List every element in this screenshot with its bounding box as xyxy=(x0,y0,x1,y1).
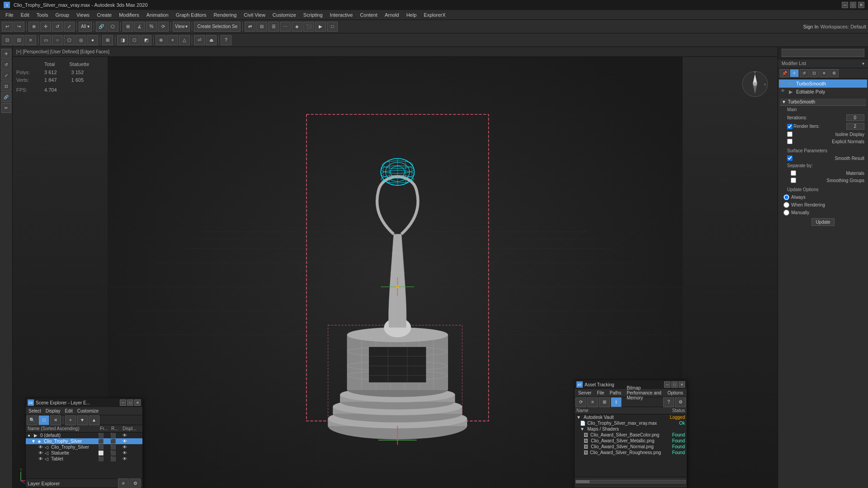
tb2-fence[interactable]: ⬠ xyxy=(64,35,75,45)
menu-item-views[interactable]: Views xyxy=(73,11,93,19)
mod-select-btn[interactable]: ⊡ xyxy=(810,69,819,77)
menu-item-content[interactable]: Content xyxy=(356,11,381,19)
at-scroll-thumb[interactable] xyxy=(576,480,590,483)
at-scroll-track[interactable] xyxy=(576,480,686,483)
ts-section-header[interactable]: ▼ TurboSmooth xyxy=(780,99,866,106)
se-collapse-btn[interactable]: ▲ xyxy=(89,415,99,425)
tb2-anim2[interactable]: ⏏ xyxy=(206,35,217,45)
render-btn[interactable]: ▶ xyxy=(315,22,326,32)
at-menu-server[interactable]: Server xyxy=(576,390,594,396)
sidebar-scale[interactable]: ⤢ xyxy=(1,70,11,80)
at-row-0[interactable]: ▼ Autodesk Vault Logged xyxy=(575,414,687,420)
se-menu-edit[interactable]: Edit xyxy=(63,408,75,414)
at-maximize-btn[interactable]: □ xyxy=(671,381,678,388)
se-search-btn[interactable]: 🔍 xyxy=(27,415,38,425)
undo-button[interactable]: ↩ xyxy=(2,22,13,32)
at-grid-btn[interactable]: ⊞ xyxy=(599,397,610,407)
menu-item-civil-view[interactable]: Civil View xyxy=(240,11,269,19)
tb2-named-sel[interactable]: ≡ xyxy=(25,35,36,45)
tb2-lasso[interactable]: ◎ xyxy=(75,35,86,45)
tb2-wire[interactable]: ⬡ xyxy=(129,35,140,45)
mod-options-btn[interactable]: ⚙ xyxy=(830,69,839,77)
tb2-rect[interactable]: ▭ xyxy=(40,35,51,45)
tb2-sel-obj[interactable]: ⊡ xyxy=(2,35,13,45)
sidebar-link[interactable]: 🔗 xyxy=(1,92,11,102)
tb2-help[interactable]: ? xyxy=(221,35,231,45)
at-minimize-btn[interactable]: ─ xyxy=(664,381,670,388)
workspaces-label[interactable]: Workspaces: Default xyxy=(821,24,866,29)
at-row-4[interactable]: 🖼 Clio_Award_Silver_Metallic.png Found xyxy=(575,438,687,444)
at-help-btn[interactable]: ? xyxy=(663,397,674,407)
render-setup-btn[interactable]: ⬛ xyxy=(303,22,314,32)
at-scrollbar[interactable] xyxy=(575,477,687,486)
menu-item-group[interactable]: Group xyxy=(52,11,73,19)
spinner-snap[interactable]: ⟳ xyxy=(158,22,169,32)
snap-toggle[interactable]: ⊞ xyxy=(123,22,133,32)
se-menu-select[interactable]: Select xyxy=(27,408,43,414)
at-close-btn[interactable]: ✕ xyxy=(679,381,685,388)
maximize-button[interactable]: □ xyxy=(850,2,856,8)
at-info-btn[interactable]: ℹ xyxy=(611,397,622,407)
tb2-iverts[interactable]: ⌖ xyxy=(167,35,178,45)
sidebar-move[interactable]: ✛ xyxy=(1,49,11,59)
sidebar-rotate[interactable]: ↺ xyxy=(1,60,11,70)
menu-item-arnold[interactable]: Arnold xyxy=(381,11,403,19)
compass[interactable]: Y X xyxy=(741,70,769,98)
at-settings-btn[interactable]: ⚙ xyxy=(675,397,686,407)
menu-item-scripting[interactable]: Scripting xyxy=(300,11,326,19)
se-row-2[interactable]: 👁 ◁ Clio_Trophy_Silver ⬛ ⬛ 👁 xyxy=(26,444,142,450)
at-list-btn[interactable]: ≡ xyxy=(587,397,598,407)
percent-snap[interactable]: % xyxy=(146,22,157,32)
at-row-5[interactable]: 🖼 Clio_Award_Silver_Normal.png Found xyxy=(575,444,687,450)
ts-isoline-check[interactable] xyxy=(787,131,793,137)
se-row-1[interactable]: ▼ ◈ Clio_Trophy_Silver ⬛ ⬛ 👁 xyxy=(26,438,142,444)
select-button[interactable]: ⊕ xyxy=(28,22,39,32)
mod-pin-btn[interactable]: 📌 xyxy=(780,69,789,77)
link-button[interactable]: 🔗 xyxy=(96,22,107,32)
ts-when-rendering-radio[interactable] xyxy=(783,202,789,208)
modifier-editable-poly[interactable]: 👁 ▶ Editable Poly xyxy=(779,88,867,96)
menu-item-create[interactable]: Create xyxy=(93,11,115,19)
align-button[interactable]: ⊟ xyxy=(256,22,267,32)
se-row-4[interactable]: 👁 ◁ Tablet ⬛ ⬛ 👁 xyxy=(26,456,142,462)
mod-delete-btn[interactable]: ✕ xyxy=(820,69,829,77)
mirror-button[interactable]: ⇄ xyxy=(245,22,255,32)
layer-btn[interactable]: ☰ xyxy=(268,22,279,32)
menu-item-rendering[interactable]: Rendering xyxy=(210,11,241,19)
tb2-anim1[interactable]: ⏎ xyxy=(194,35,205,45)
se-row-0[interactable]: ● ▶ 0 (default) ⬛ ⬛ 👁 xyxy=(26,432,142,438)
menu-item-graph-editors[interactable]: Graph Editors xyxy=(172,11,210,19)
object-name-input[interactable]: Statuette xyxy=(782,49,864,57)
se-footer-btn2[interactable]: ⚙ xyxy=(130,479,141,488)
se-new-btn[interactable]: + xyxy=(65,415,76,425)
ts-manually-radio[interactable] xyxy=(783,210,789,216)
tb2-window-cross[interactable]: ⊞ xyxy=(102,35,113,45)
tb2-sel-sub[interactable]: ⊡ xyxy=(14,35,24,45)
ts-render-iters-check[interactable] xyxy=(787,124,793,129)
menu-item-interactive[interactable]: Interactive xyxy=(326,11,357,19)
at-menu-options[interactable]: Options xyxy=(665,390,686,396)
view-dropdown[interactable]: View ▾ xyxy=(173,22,190,32)
graph-btn[interactable]: ⋯ xyxy=(280,22,291,32)
at-menu-file[interactable]: File xyxy=(594,390,607,396)
at-row-2[interactable]: ▼ Maps / Shaders xyxy=(575,426,687,432)
angle-snap[interactable]: ∡ xyxy=(134,22,145,32)
menu-item-edit[interactable]: Edit xyxy=(17,11,33,19)
tb2-hidden[interactable]: ◩ xyxy=(141,35,151,45)
move-button[interactable]: ✛ xyxy=(40,22,51,32)
rotate-button[interactable]: ↺ xyxy=(52,22,63,32)
tb2-pivot[interactable]: ⊕ xyxy=(156,35,166,45)
tb2-shaded[interactable]: ◨ xyxy=(117,35,128,45)
ts-explicit-check[interactable] xyxy=(787,139,793,144)
at-menu-bitmap[interactable]: Bitmap Performance and Memory xyxy=(624,385,665,401)
se-filter-btn[interactable]: ⊡ xyxy=(38,415,49,425)
ts-update-button[interactable]: Update xyxy=(811,218,834,226)
ts-smoothing-check[interactable] xyxy=(791,178,796,183)
ts-always-radio[interactable] xyxy=(783,194,789,200)
edpoly-eye[interactable]: 👁 xyxy=(781,89,787,95)
tb2-circle[interactable]: ○ xyxy=(52,35,63,45)
minimize-button[interactable]: ─ xyxy=(842,2,848,8)
scale-button[interactable]: ⤢ xyxy=(64,22,75,32)
ts-render-iters-input[interactable] xyxy=(846,123,864,130)
se-delete-btn[interactable]: ✕ xyxy=(50,415,61,425)
